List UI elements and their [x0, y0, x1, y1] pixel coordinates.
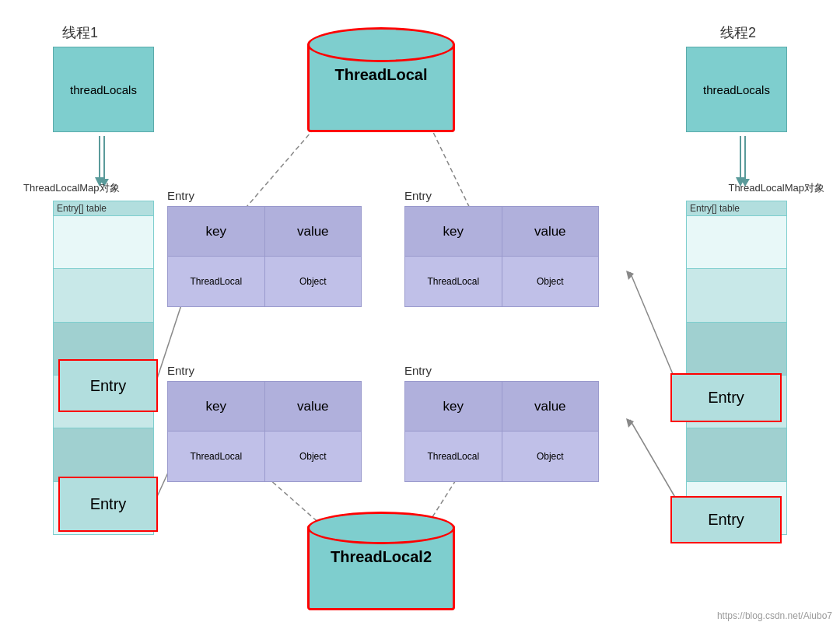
- br-key-sub: ThreadLocal: [405, 432, 502, 481]
- bl-key-label: key: [206, 399, 226, 414]
- bl-key-area: key: [168, 382, 265, 431]
- thread2-entry2-box: Entry: [670, 496, 782, 543]
- thread2-cell2: [687, 268, 786, 321]
- br-value-sublabel: Object: [537, 451, 564, 462]
- thread2-label: 线程2: [720, 23, 756, 42]
- bl-value-label: value: [297, 399, 329, 414]
- svg-marker-17: [626, 271, 634, 280]
- tr-key-label: key: [443, 224, 464, 239]
- watermark: https://blog.csdn.net/Aiubo7: [717, 610, 832, 621]
- thread2-entry-table: Entry[] table: [686, 201, 787, 535]
- bl-key-sublabel: ThreadLocal: [190, 451, 242, 462]
- tl-value-sub: Object: [265, 257, 362, 306]
- entry-card-bottom-right-body: key value ThreadLocal Object: [404, 381, 599, 482]
- thread2-cell3: [687, 322, 786, 375]
- tl-value-area: value: [265, 207, 362, 256]
- entry-card-top-right-title: Entry: [404, 189, 432, 202]
- entry-card-bottom-right: Entry key value ThreadLocal Object: [404, 381, 599, 482]
- br-key-area: key: [405, 382, 502, 431]
- diagram: 线程1 threadLocals ThreadLocalMap对象 Entry[…: [0, 0, 840, 629]
- thread1-entry1-box: Entry: [58, 359, 158, 412]
- threadlocal-cylinder-container: ThreadLocal: [307, 23, 455, 132]
- thread1-cell2: [54, 268, 153, 321]
- tr-key-sublabel: ThreadLocal: [427, 276, 479, 287]
- thread2-map-label: ThreadLocalMap对象: [728, 181, 824, 195]
- tr-value-label: value: [534, 224, 566, 239]
- threadlocal-label: ThreadLocal: [307, 66, 455, 84]
- tl-key-sublabel: ThreadLocal: [190, 276, 242, 287]
- br-key-sublabel: ThreadLocal: [427, 451, 479, 462]
- threadlocal2-label: ThreadLocal2: [307, 548, 455, 566]
- thread2-arrow: [740, 136, 750, 187]
- thread1-cell1: [54, 215, 153, 268]
- tr-key-sub: ThreadLocal: [405, 257, 502, 306]
- br-value-label: value: [534, 399, 566, 414]
- thread2-cell1: [687, 215, 786, 268]
- bl-key-sub: ThreadLocal: [168, 432, 265, 481]
- thread1-threadlocals-box: threadLocals: [53, 47, 154, 132]
- thread2-entry1-box: Entry: [670, 373, 782, 422]
- svg-line-16: [630, 272, 677, 383]
- entry-card-bottom-right-title: Entry: [404, 364, 432, 377]
- thread1-label: 线程1: [62, 23, 98, 42]
- tl-key-sub: ThreadLocal: [168, 257, 265, 306]
- threadlocal-top-ellipse: [307, 27, 455, 62]
- entry-card-bottom-left-body: key value ThreadLocal Object: [167, 381, 362, 482]
- tl-key-area: key: [168, 207, 265, 256]
- bl-value-area: value: [265, 382, 362, 431]
- entry-card-bottom-left: Entry key value ThreadLocal Object: [167, 381, 362, 482]
- tr-value-area: value: [502, 207, 599, 256]
- threadlocal2-cylinder-container: ThreadLocal2: [307, 509, 455, 610]
- entry-card-top-right-body: key value ThreadLocal Object: [404, 206, 599, 307]
- svg-marker-19: [626, 418, 634, 428]
- br-value-area: value: [502, 382, 599, 431]
- entry-card-top-left-body: key value ThreadLocal Object: [167, 206, 362, 307]
- thread2-table-header: Entry[] table: [687, 201, 786, 215]
- svg-line-18: [630, 420, 677, 500]
- entry-card-top-right: Entry key value ThreadLocal Object: [404, 206, 599, 307]
- tl-value-label: value: [297, 224, 329, 239]
- entry-card-top-left: Entry key value ThreadLocal Object: [167, 206, 362, 307]
- thread1-cell5: [54, 428, 153, 480]
- tl-key-label: key: [206, 224, 226, 239]
- tr-value-sublabel: Object: [537, 276, 564, 287]
- tr-key-area: key: [405, 207, 502, 256]
- br-value-sub: Object: [502, 432, 599, 481]
- thread1-table-header: Entry[] table: [54, 201, 153, 215]
- bl-value-sub: Object: [265, 432, 362, 481]
- tr-value-sub: Object: [502, 257, 599, 306]
- tl-value-sublabel: Object: [299, 276, 327, 287]
- thread2-cell5: [687, 428, 786, 480]
- threadlocal2-top-ellipse: [307, 512, 455, 544]
- thread1-map-label: ThreadLocalMap对象: [23, 181, 120, 195]
- thread1-arrow: [100, 136, 109, 187]
- thread1-entry2-box: Entry: [58, 477, 158, 532]
- thread2-threadlocals-box: threadLocals: [686, 47, 787, 132]
- entry-card-bottom-left-title: Entry: [167, 364, 194, 377]
- bl-value-sublabel: Object: [299, 451, 327, 462]
- br-key-label: key: [443, 399, 464, 414]
- entry-card-top-left-title: Entry: [167, 189, 194, 202]
